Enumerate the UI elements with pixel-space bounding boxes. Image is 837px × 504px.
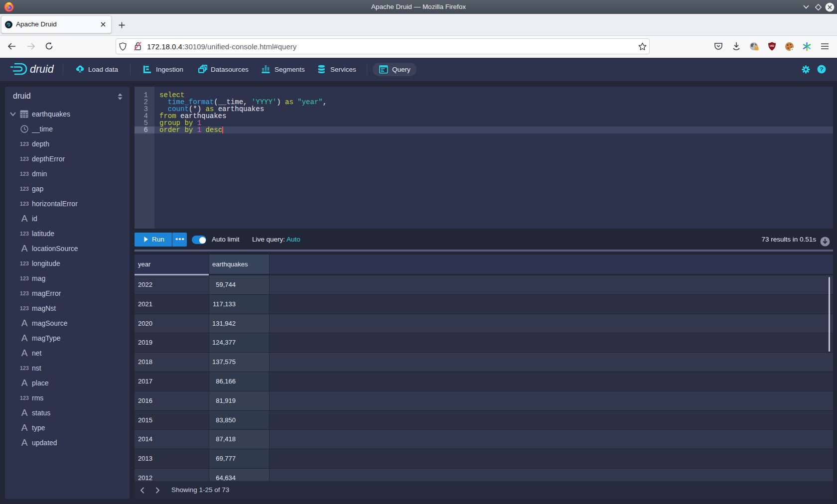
svg-text:druid: druid xyxy=(30,63,54,75)
svg-text:UO: UO xyxy=(770,44,774,47)
svg-text:?: ? xyxy=(820,66,823,72)
